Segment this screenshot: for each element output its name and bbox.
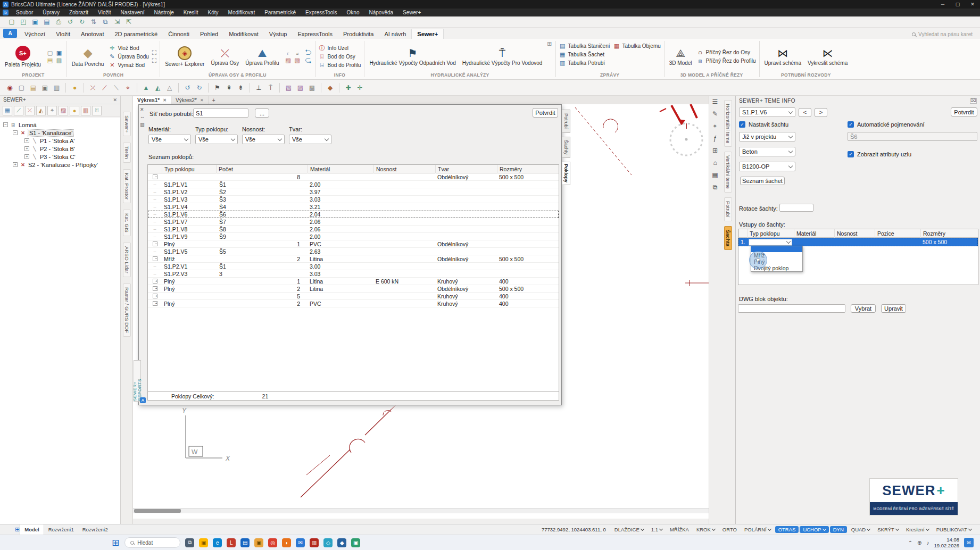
dock-tab[interactable]: Raster / GURS DOF [123,284,131,337]
toolbar-icon[interactable]: ↺ [183,84,192,91]
app-icon[interactable]: ▣ [199,538,208,547]
dock-tab[interactable]: Kat. Prostor [123,169,131,203]
dock-panel-icon[interactable]: ✎ [712,110,718,118]
toolbar-icon[interactable] [65,83,66,93]
sewer-explorer-button[interactable]: ◈ Sewer+ Explorer [163,46,206,68]
rez-osy-button[interactable]: ⩍Příčný Řez do Osy [697,48,756,56]
poklopy-column-header[interactable]: Tvar [435,165,497,173]
tree-toolbar-icon[interactable]: ● [70,106,79,115]
ribbon-tab[interactable]: Vložit [51,29,76,39]
new-project-icon[interactable]: ▢ [46,49,54,56]
toolbar-icon[interactable]: ▢ [17,84,26,91]
hydro-odpad-button[interactable]: ⚑ Hydraulické Výpočty Odpadních Vod [368,47,457,66]
toolbar-icon[interactable]: ◉ [5,84,14,91]
rez-profilu-button[interactable]: ⩎Příčný Řez do Profilu [697,57,756,65]
side-tab-potrubi[interactable]: Potrubí [562,110,570,133]
table-row[interactable]: − Plný 1 PVC Obdélníkový [148,240,559,248]
tree-expander-icon[interactable]: + [24,154,29,159]
notification-icon[interactable]: ✉ [964,538,974,547]
qat-icon[interactable]: ⇲ [113,18,121,26]
qat-icon[interactable]: ▢ [7,18,16,26]
toolbar-icon[interactable] [137,83,137,93]
tree-item[interactable]: − S1 - 'Kanalizace' [0,129,120,137]
table-row[interactable]: S1.P1.V9 Š9 2.00 [148,233,559,240]
toolbar-icon[interactable] [339,83,339,93]
qat-icon[interactable]: ▣ [31,18,39,26]
document-tab[interactable]: Výkres2* ✕ [171,96,209,104]
menu-item[interactable]: Okno [342,9,364,16]
ribbon-tab[interactable]: Činnosti [163,29,195,39]
poklopy-column-header[interactable]: Materiál [308,165,373,173]
dock-panel-icon[interactable]: ⧉ [713,184,718,191]
table-row[interactable]: S1.P1.V8 Š8 2.06 [148,226,559,233]
toolbar-icon[interactable]: ✛ [355,84,364,91]
toolbar-icon[interactable]: ⟍ [112,84,121,91]
net-input[interactable] [193,109,248,118]
status-toggle[interactable]: UCHOP [800,526,828,533]
ribbon-tab[interactable]: Produktivita [338,29,379,39]
hydro-vodovod-button[interactable]: ⍑ Hydraulické Výpočty Pro Vodovod [461,47,544,66]
ribbon-tab[interactable]: Výstup [264,29,293,39]
tray-expand-icon[interactable]: ⌃ [908,540,912,546]
vykreslit-schema-button[interactable]: ⋉ Vykreslit schéma [806,47,849,66]
toolbar-icon[interactable]: ▲ [142,84,151,91]
table-row[interactable]: S1.P1.V1 Š1 2.00 [148,181,559,188]
menu-item[interactable]: Kóty [203,9,223,16]
toolbar-icon[interactable]: ▤ [29,84,38,91]
surface-tool-icon[interactable]: ⛶ [152,49,156,56]
ribbon-tab[interactable]: 2D parametrické [109,29,163,39]
dock-panel-tab[interactable]: Horizontální teme [724,100,732,147]
row-expander-icon[interactable]: + [153,279,157,284]
toolbar-icon[interactable]: ↻ [195,84,204,91]
status-toggle[interactable]: MŘÍŽKA [667,526,692,533]
table-row[interactable]: S1.P1.V4 Š4 3.21 [148,203,559,211]
dropdown-option[interactable]: Dvojitý poklop [751,265,802,271]
seznam-sachet-button[interactable]: Seznam šachet [740,177,785,185]
dock-panel-tab[interactable]: Šachta [724,226,732,250]
panel-close-icon[interactable]: ✕ [113,97,117,103]
vybrat-button[interactable]: Vybrat [851,304,876,313]
vstupy-row[interactable]: 1. 500 x 500 [738,238,978,246]
nastavit-sachtu-checkbox[interactable]: ✓ [739,121,745,128]
save-project-icon[interactable]: ▣ [55,49,63,56]
shaft-type-select[interactable]: B1200-OP [739,162,795,171]
undo-edit-icon[interactable]: ⮌ [305,48,312,56]
row-expander-icon[interactable]: + [153,301,157,306]
status-toggle[interactable]: QUAD [848,526,873,533]
toolbar-icon[interactable]: ⊥ [254,84,263,91]
qat-icon[interactable]: ↻ [78,18,86,26]
row-expander-icon[interactable]: − [153,174,157,179]
toolbar-icon[interactable]: ● [70,84,79,91]
axis-tool1-icon[interactable]: ⟔ [284,49,293,56]
filter-select[interactable]: Vše [242,135,285,144]
app-button[interactable]: A [3,29,17,38]
dialog-confirm-button[interactable]: Potvrdit [533,108,558,118]
tree-item[interactable]: + P1 - 'Stoka A' [0,137,120,145]
app-icon[interactable]: ◆ [337,538,346,547]
maximize-button[interactable]: ▢ [950,0,965,9]
tree-toolbar-icon[interactable]: ⍐ [92,106,102,115]
ribbon-tab[interactable]: Výchozí [19,29,51,39]
tree-toolbar-icon[interactable]: ▦ [3,106,12,115]
dock-panel-tab[interactable]: Potrubí [724,197,732,221]
table-row[interactable]: + Plný 2 PVC Kruhový 400 [148,300,559,307]
row-expander-icon[interactable]: − [153,241,157,246]
toolbar-icon[interactable]: ▨ [296,84,305,91]
table-row[interactable]: S1.P2.V1 Š1 3.00 [148,263,559,270]
tree-toolbar-icon[interactable]: ⟋ [14,106,23,115]
toolbar-icon[interactable] [321,83,321,93]
table-row[interactable]: S1.P2.V3 3 3.03 [148,270,559,278]
tree-toolbar-icon[interactable]: ⌖ [47,106,57,115]
data-povrchu-button[interactable]: ◆ Data Povrchu [70,46,106,68]
node-select[interactable]: S1.P1.V6 [739,107,795,117]
tabulka-sachet-button[interactable]: ▦Tabulka Šachet [559,51,610,59]
toolbar-icon[interactable]: ▩ [308,84,317,91]
hydro-extra-icon[interactable]: ⊞ [547,40,552,47]
row-expander-icon[interactable]: + [153,286,157,291]
table-row[interactable]: − Mříž 2 Litina Obdélníkový 500 x 500 [148,255,559,263]
menu-item[interactable]: Kreslit [179,9,203,16]
tree-expander-icon[interactable]: + [24,138,29,143]
poklopy-column-header[interactable]: Počet [216,165,308,173]
volume-icon[interactable]: ♪ [926,540,929,546]
tree-toolbar-icon[interactable]: ⤫ [25,106,35,115]
